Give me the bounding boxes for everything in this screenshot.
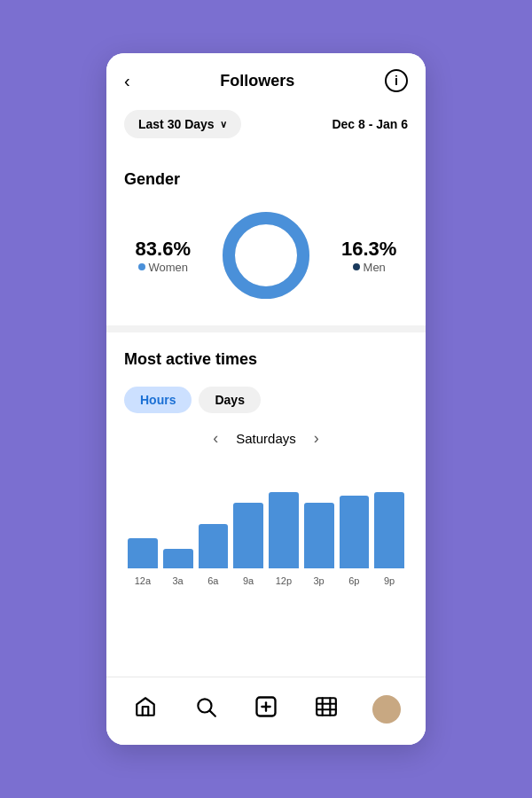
- men-percent: 16.3%: [341, 238, 396, 261]
- gender-title: Gender: [124, 170, 408, 189]
- bar-col: [128, 462, 158, 568]
- bars-container: [128, 462, 404, 568]
- day-nav: ‹ Saturdays ›: [124, 429, 408, 448]
- avatar: [372, 695, 401, 724]
- bar-col: [199, 462, 229, 568]
- bottom-nav: [106, 677, 426, 745]
- back-button[interactable]: ‹: [124, 72, 130, 90]
- days-tab[interactable]: Days: [199, 387, 260, 413]
- search-icon: [194, 695, 217, 724]
- bar-label: 12p: [269, 575, 299, 586]
- bar-labels: 12a3a6a9a12p3p6p9p: [128, 575, 404, 586]
- home-icon: [134, 695, 157, 724]
- women-dot: [138, 263, 145, 270]
- add-icon: [254, 694, 278, 724]
- reels-icon: [315, 695, 338, 724]
- next-day-button[interactable]: ›: [314, 429, 319, 448]
- header: ‹ Followers i: [106, 53, 426, 103]
- bar-col: [163, 462, 193, 568]
- svg-point-1: [229, 218, 303, 293]
- bar: [233, 503, 263, 568]
- chevron-down-icon: ∨: [220, 119, 227, 130]
- hours-tab[interactable]: Hours: [124, 387, 192, 413]
- men-label: Men: [341, 261, 396, 274]
- filter-label: Last 30 Days: [138, 117, 215, 131]
- bar-col: [340, 462, 370, 568]
- bar-label: 12a: [128, 575, 158, 586]
- profile-nav-item[interactable]: [367, 690, 406, 729]
- women-label: Women: [136, 261, 191, 274]
- men-dot: [353, 263, 360, 270]
- add-nav-item[interactable]: [246, 690, 286, 729]
- bar: [163, 549, 193, 568]
- bar: [199, 524, 229, 568]
- bar-col: [304, 462, 334, 568]
- bar: [340, 496, 370, 568]
- gender-content: 83.6% Women 16.3%: [124, 207, 408, 304]
- bar: [269, 492, 299, 568]
- search-nav-item[interactable]: [186, 690, 225, 729]
- bar-chart: 12a3a6a9a12p3p6p9p: [124, 462, 408, 586]
- phone-screen: ‹ Followers i Last 30 Days ∨ Dec 8 - Jan…: [106, 53, 426, 745]
- page-title: Followers: [220, 72, 294, 90]
- women-percent: 83.6%: [136, 238, 191, 261]
- bar-label: 6p: [340, 575, 370, 586]
- date-range-label: Dec 8 - Jan 6: [332, 117, 408, 131]
- bar-col: [269, 462, 299, 568]
- bar: [304, 503, 334, 568]
- bar-label: 9a: [233, 575, 263, 586]
- bar-col: [374, 462, 404, 568]
- section-divider: [106, 325, 426, 332]
- filter-row: Last 30 Days ∨ Dec 8 - Jan 6: [106, 103, 426, 153]
- bar-label: 6a: [199, 575, 229, 586]
- tabs-row: Hours Days: [124, 387, 408, 413]
- men-stat: 16.3% Men: [341, 238, 396, 274]
- prev-day-button[interactable]: ‹: [213, 429, 218, 448]
- current-day-label: Saturdays: [236, 431, 296, 446]
- svg-line-4: [210, 711, 215, 716]
- active-times-title: Most active times: [124, 350, 408, 369]
- bar-label: 3a: [163, 575, 193, 586]
- gender-section: Gender 83.6% Women: [106, 153, 426, 325]
- bar: [374, 492, 404, 568]
- info-button[interactable]: i: [385, 69, 408, 92]
- gender-donut-chart: [217, 207, 315, 304]
- bar-label: 9p: [374, 575, 404, 586]
- date-filter-dropdown[interactable]: Last 30 Days ∨: [124, 110, 241, 138]
- home-nav-item[interactable]: [126, 690, 165, 729]
- svg-rect-8: [317, 698, 336, 716]
- active-times-section: Most active times Hours Days ‹ Saturdays…: [106, 332, 426, 607]
- bar-col: [233, 462, 263, 568]
- reels-nav-item[interactable]: [307, 690, 346, 729]
- bar: [128, 538, 158, 568]
- women-stat: 83.6% Women: [136, 238, 191, 274]
- bar-label: 3p: [304, 575, 334, 586]
